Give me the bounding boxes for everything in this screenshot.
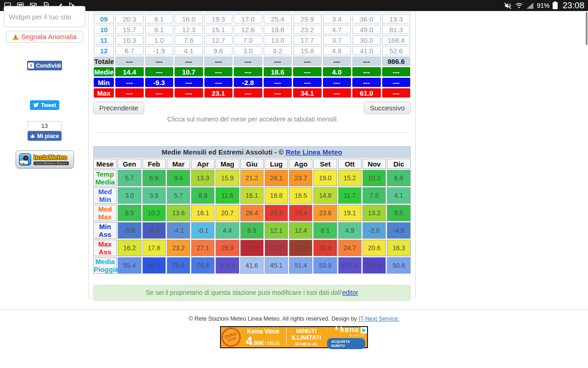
value-cell: --- (382, 67, 411, 76)
summary-row: Media Pioggia55.494.875.870.4105.441.645… (93, 257, 411, 274)
value-cell: --- (234, 57, 262, 66)
value-cell: --- (323, 88, 351, 98)
summary-title-row: Medie Mensili ed Estremi Assoluti - © Re… (93, 146, 411, 158)
value-cell: --- (264, 57, 292, 66)
data-cell: 3.0 (118, 187, 141, 204)
kena-logo-icon (334, 326, 339, 332)
medie-row: Medie14.4---10.7------18.6---4.0------ (94, 67, 410, 76)
data-cell: 41.6 (240, 257, 264, 274)
value-cell: --- (352, 57, 381, 66)
next-button[interactable]: Successivo (364, 102, 411, 114)
report-anomaly-label: Segnala Anomalia (21, 33, 77, 40)
instameteo-button[interactable]: InstaMeteo Your Weather Report (16, 150, 74, 168)
tweet-button[interactable]: Tweet (30, 100, 59, 110)
report-anomaly-button[interactable]: Segnala Anomalia (6, 31, 83, 43)
column-header: Ott (338, 159, 362, 169)
value-cell: 36.0 (352, 14, 381, 23)
facebook-share-button[interactable]: f Condividi (27, 61, 62, 70)
widget-label: Widget per il tuo sito (9, 13, 71, 21)
value-cell: --- (352, 78, 381, 87)
clock: 23:08 (562, 0, 584, 11)
wifi-icon (515, 2, 523, 9)
value-cell: 3.0 (234, 46, 262, 55)
value-cell: 16.0 (175, 14, 203, 23)
thumbs-up-icon (30, 133, 35, 138)
data-cell: 105.3 (338, 257, 362, 274)
data-cell: -4.1 (167, 222, 190, 239)
facebook-icon: f (28, 63, 34, 69)
month-link[interactable]: 09 (94, 14, 114, 23)
value-cell: --- (145, 88, 174, 98)
value-cell: --- (323, 78, 351, 87)
month-link[interactable]: 11 (94, 35, 114, 45)
data-cell: 55.4 (118, 257, 141, 274)
ad-price-dec: ,99€ (252, 340, 264, 346)
editor-notice: Se sei il proprietario di questa stazion… (93, 285, 411, 301)
data-cell: 17.8 (142, 240, 166, 256)
rete-linea-meteo-link[interactable]: Rete Linea Meteo (286, 148, 342, 156)
value-cell: 168.4 (382, 35, 411, 45)
data-cell: 8.9 (240, 222, 264, 239)
value-cell: --- (234, 88, 262, 98)
value-cell: 10.3 (115, 35, 144, 45)
instameteo-app-icon (19, 153, 31, 166)
ad-banner[interactable]: ZERO costi Kena Voce 4,99€/ MESE MINUTI … (220, 326, 368, 348)
previous-button[interactable]: Precendente (93, 102, 144, 114)
ad-cta-button[interactable]: ACQUISTA SUBITO (327, 338, 365, 349)
value-cell: 29.9 (293, 14, 322, 23)
data-cell: 75.8 (167, 257, 190, 274)
adchoices-icon[interactable] (361, 327, 367, 334)
ad-claim-line1: MINUTI (296, 328, 317, 334)
data-cell: 24.7 (338, 240, 362, 256)
like-button[interactable]: Mi piace (28, 131, 62, 141)
data-cell: 9.4 (167, 170, 190, 186)
widget-link-box[interactable]: Widget per il tuo sito (4, 6, 85, 27)
summary-row: Med Min3.03.95.78.911.616.118.818.514.81… (93, 187, 411, 204)
data-cell: 18.5 (289, 187, 312, 204)
value-cell: --- (234, 67, 262, 76)
scrollbar[interactable] (586, 12, 588, 45)
row-label: Med Max (93, 205, 117, 221)
cropped-cell (264, 12, 292, 13)
value-cell: 14.4 (115, 67, 144, 76)
data-cell: -9.3 (142, 222, 166, 239)
data-cell: 105.4 (215, 257, 239, 274)
value-cell: 19.8 (264, 25, 292, 34)
data-cell: 23.7 (289, 170, 312, 186)
value-cell: 4.7 (323, 25, 351, 34)
data-cell: 4.4 (215, 222, 239, 239)
value-cell: 9.6 (204, 46, 233, 55)
value-cell: 4.1 (175, 46, 203, 55)
zero-costi-stamp: ZERO costi (220, 326, 243, 349)
value-cell: --- (352, 67, 381, 76)
value-cell: 81.3 (382, 25, 411, 34)
ad-claim-line2: ILLIMITATI (292, 334, 322, 341)
ad-price-int: 4 (246, 335, 252, 347)
data-cell: 4.9 (338, 222, 362, 239)
data-cell: 94.8 (142, 257, 166, 274)
value-cell: --- (293, 57, 322, 66)
value-cell: 7.0 (234, 35, 262, 45)
max-label: Max (94, 88, 114, 98)
value-cell: 1.0 (145, 35, 174, 45)
editor-link[interactable]: editor (342, 289, 358, 296)
cropped-cell (293, 12, 322, 13)
value-cell: 19.3 (204, 14, 233, 23)
column-header: Feb (142, 159, 166, 169)
it-next-service-link[interactable]: IT-Next Service. (358, 316, 399, 322)
value-cell: -2.8 (234, 78, 262, 87)
row-label: Temp Media (93, 170, 117, 186)
data-cell: 3.9 (142, 187, 166, 204)
data-cell: 23.2 (167, 240, 190, 256)
ad-brand-sub: MOBILE (350, 334, 365, 337)
battery-icon (553, 2, 558, 9)
column-header: Mese (93, 159, 117, 169)
value-cell: 4.8 (323, 46, 351, 55)
column-header: Ago (289, 159, 312, 169)
data-cell: 8.1 (313, 222, 337, 239)
month-link[interactable]: 10 (94, 25, 114, 34)
data-cell: 51.4 (289, 257, 312, 274)
value-cell: 12.7 (204, 35, 233, 45)
value-cell: --- (145, 57, 174, 66)
month-link[interactable]: 12 (94, 46, 114, 55)
